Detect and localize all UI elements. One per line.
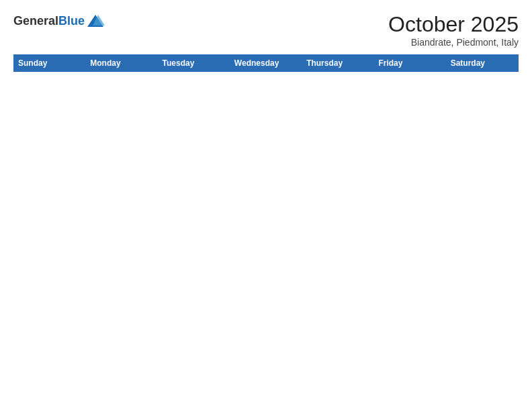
header-thursday: Thursday bbox=[302, 55, 374, 72]
logo: GeneralBlue bbox=[13, 12, 105, 31]
calendar-header-row: Sunday Monday Tuesday Wednesday Thursday… bbox=[14, 55, 519, 72]
header-wednesday: Wednesday bbox=[230, 55, 302, 72]
page: GeneralBlue October 2025 Biandrate, Pied… bbox=[0, 0, 532, 411]
month-title: October 2025 bbox=[388, 12, 519, 37]
header-friday: Friday bbox=[374, 55, 446, 72]
header-tuesday: Tuesday bbox=[158, 55, 230, 72]
location: Biandrate, Piedmont, Italy bbox=[388, 37, 519, 48]
header-saturday: Saturday bbox=[446, 55, 518, 72]
logo-icon bbox=[86, 12, 105, 31]
title-area: October 2025 Biandrate, Piedmont, Italy bbox=[388, 12, 519, 48]
header: GeneralBlue October 2025 Biandrate, Pied… bbox=[13, 12, 519, 48]
logo-blue-text: Blue bbox=[58, 14, 85, 28]
header-monday: Monday bbox=[86, 55, 158, 72]
header-sunday: Sunday bbox=[14, 55, 86, 72]
logo-general-text: General bbox=[13, 14, 58, 28]
calendar: Sunday Monday Tuesday Wednesday Thursday… bbox=[13, 54, 519, 72]
